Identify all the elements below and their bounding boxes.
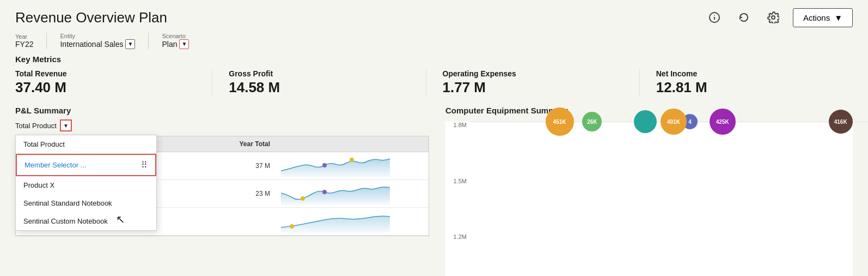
bubble-teal [634, 110, 657, 133]
dropdown-item-total-product[interactable]: Total Product [16, 135, 156, 154]
scenario-filter: Scenario Plan ▼ [162, 33, 189, 49]
bubble-425k: 425K [710, 109, 736, 135]
svg-point-2 [714, 15, 715, 16]
dropdown-item-member-selector[interactable]: Member Selector ... ⠿ [16, 154, 156, 176]
info-button[interactable] [705, 8, 724, 27]
dropdown-item-sentinal-custom[interactable]: Sentinal Custom Notebook [16, 212, 156, 230]
gross-profit-card: Gross Profit 14.58 M [212, 69, 425, 96]
bubble-401k: 401K [661, 109, 687, 135]
net-income-value: 12.81 M [656, 79, 842, 96]
total-revenue-title: Total Revenue [15, 69, 201, 78]
product-dropdown-menu: Total Product Member Selector ... ⠿ Prod… [15, 135, 157, 231]
svg-point-6 [301, 196, 305, 201]
scenario-dropdown-btn[interactable]: ▼ [179, 39, 189, 49]
total-product-dropdown-btn[interactable]: ▼ [60, 119, 72, 131]
year-value: FY22 [15, 40, 33, 49]
gross-profit-value: 14.58 M [229, 79, 414, 96]
pl-header: P&L Summary [15, 106, 429, 115]
total-revenue-card: Total Revenue 37.40 M [15, 69, 212, 96]
year-label: Year [15, 33, 33, 40]
col-header-chart [277, 136, 429, 152]
scenario-label: Scenario [162, 33, 189, 39]
row3-sparkline [277, 208, 429, 235]
entity-label: Entity [60, 33, 135, 39]
bubble-chart: 1.8M 1.5M 1.2M 0.9M 451K 26K 4 425K 416K… [445, 122, 853, 276]
entity-filter: Entity International Sales ▼ [60, 33, 135, 49]
bubble-26k: 26K [582, 112, 602, 131]
operating-expenses-card: Operating Expenses 1.77 M [426, 69, 639, 96]
filter-divider-1 [46, 33, 47, 49]
header-actions: Actions ▼ [705, 8, 853, 27]
main-content: P&L Summary Total Product ▼ Total Produc… [0, 106, 868, 276]
header-bar: Revenue Overview Plan Actions ▼ [0, 0, 868, 32]
chevron-down-icon: ▼ [834, 13, 842, 22]
member-selector-icon: ⠿ [141, 160, 148, 170]
metrics-row: Total Revenue 37.40 M Gross Profit 14.58… [0, 69, 868, 106]
net-income-title: Net Income [656, 69, 842, 78]
y-label-1-8m: 1.8M [454, 122, 467, 128]
total-revenue-value: 37.40 M [15, 79, 201, 96]
filter-divider-2 [148, 33, 149, 49]
refresh-button[interactable] [734, 8, 754, 27]
net-income-card: Net Income 12.81 M [639, 69, 853, 96]
svg-point-7 [322, 190, 327, 194]
actions-button[interactable]: Actions ▼ [793, 8, 853, 27]
entity-value-group: International Sales ▼ [60, 39, 135, 49]
operating-expenses-value: 1.77 M [443, 79, 628, 96]
bubble-451k: 451K [546, 107, 574, 136]
settings-button[interactable] [763, 8, 783, 27]
page-title: Revenue Overview Plan [15, 9, 167, 26]
year-filter: Year FY22 [15, 33, 33, 49]
row1-sparkline [277, 152, 429, 179]
gross-profit-title: Gross Profit [229, 69, 414, 78]
pl-title: P&L Summary [15, 106, 71, 115]
bubble-416k: 416K [829, 110, 853, 134]
total-product-label: Total Product [15, 122, 57, 130]
row2-sparkline [277, 180, 429, 207]
dropdown-item-sentinal-standard[interactable]: Sentinal Standard Notebook [16, 194, 156, 212]
svg-point-3 [772, 16, 775, 19]
filters-bar: Year FY22 Entity International Sales ▼ S… [0, 32, 868, 55]
key-metrics-label: Key Metrics [0, 55, 868, 69]
y-label-1-5m: 1.5M [454, 178, 467, 184]
y-label-1-2m: 1.2M [454, 233, 467, 240]
svg-point-8 [290, 224, 294, 229]
dropdown-item-product-x[interactable]: Product X [16, 176, 156, 194]
computer-equipment-panel: Computer Equipment Summary 1.8M 1.5M 1.2… [445, 106, 853, 276]
svg-point-5 [322, 163, 327, 167]
entity-dropdown-btn[interactable]: ▼ [125, 39, 135, 49]
pl-summary-panel: P&L Summary Total Product ▼ Total Produc… [15, 106, 429, 276]
y-axis: 1.8M 1.5M 1.2M 0.9M [445, 122, 470, 276]
operating-expenses-title: Operating Expenses [443, 69, 628, 78]
scenario-value-group: Plan ▼ [162, 39, 189, 49]
svg-point-4 [350, 158, 354, 162]
